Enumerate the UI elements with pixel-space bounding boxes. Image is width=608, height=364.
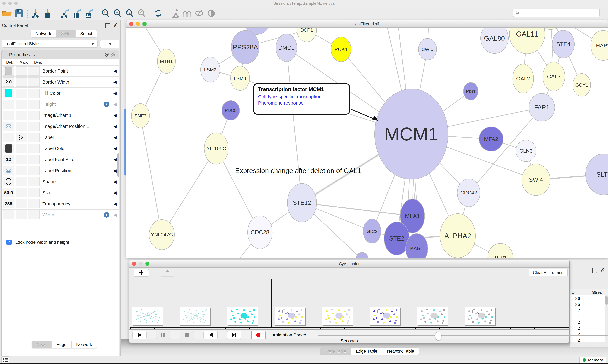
expand-row-icon[interactable]: ◀ — [113, 168, 117, 173]
default-value-cell[interactable] — [3, 122, 14, 131]
expand-row-icon[interactable]: ◀ — [113, 69, 117, 74]
zoom-out-button[interactable]: − — [112, 8, 123, 18]
default-value-cell[interactable] — [3, 144, 14, 153]
property-row-image-chart-1[interactable]: Image/Chart 1◀ — [1, 110, 119, 121]
network-node-GAL7[interactable]: GAL7 — [543, 62, 565, 91]
property-row-fill-color[interactable]: Fill Color◀ — [1, 87, 119, 99]
network-node-STE12[interactable]: STE12 — [287, 183, 317, 222]
minimize-icon[interactable] — [136, 22, 140, 26]
zoom-window-icon[interactable] — [145, 262, 150, 266]
network-node-botP[interactable] — [356, 252, 368, 258]
info-icon[interactable]: i — [104, 102, 109, 107]
expand-row-icon[interactable]: ◀ — [113, 135, 117, 140]
network-node-GAL11[interactable]: GAL11 — [509, 28, 545, 54]
network-node-SLT2[interactable]: SLT2 — [585, 154, 608, 195]
default-value-cell[interactable]: 50.0 — [3, 188, 14, 197]
bypass-cell[interactable] — [28, 78, 40, 87]
frame-thumbnail-6[interactable] — [370, 307, 401, 325]
network-node-MFA2[interactable]: MFA2 — [479, 127, 503, 151]
minimize-icon[interactable] — [8, 1, 12, 5]
add-frame-button[interactable] — [134, 269, 149, 277]
bypass-cell[interactable] — [28, 122, 40, 131]
expand-row-icon[interactable]: ◀ — [113, 201, 117, 206]
expand-row-icon[interactable]: ◀ — [113, 113, 117, 118]
network-node-YNL047C[interactable]: YNL047C — [149, 220, 175, 250]
network-node-GIC2[interactable]: GIC2 — [363, 219, 381, 243]
network-file-button[interactable] — [170, 8, 180, 18]
network-edge[interactable] — [140, 116, 162, 235]
table-cell-value[interactable]: 26 — [570, 296, 580, 301]
network-node-MTH1[interactable]: MTH1 — [157, 49, 175, 73]
overview-button[interactable] — [182, 8, 192, 18]
minimize-icon[interactable] — [139, 262, 143, 266]
network-canvas[interactable]: DCP1RPS28ADMC1PCK1SWI5MTH1LSM2LSM4GAL80G… — [126, 28, 608, 258]
frame-thumbnail-5[interactable] — [322, 307, 353, 325]
property-row-image-chart-position-1[interactable]: Image/Chart Position 1◀ — [1, 121, 119, 132]
close-icon[interactable] — [129, 22, 133, 26]
network-node-PCK1[interactable]: PCK1 — [331, 37, 351, 62]
mapping-cell[interactable] — [15, 78, 27, 87]
network-node-HAP2[interactable]: HAP2 — [591, 30, 608, 60]
default-value-cell[interactable]: 2.0 — [3, 78, 14, 87]
network-node-ALPHA2[interactable]: ALPHA2 — [440, 214, 475, 258]
tab-node[interactable]: Node — [32, 341, 52, 348]
task-history-button[interactable] — [1, 356, 10, 363]
play-button[interactable] — [132, 331, 147, 339]
network-node-STE4[interactable]: STE4 — [552, 30, 574, 58]
playhead[interactable] — [271, 279, 272, 327]
float-panel-icon[interactable] — [105, 23, 110, 28]
bypass-cell[interactable] — [28, 144, 40, 153]
network-node-DMC1[interactable]: DMC1 — [276, 34, 297, 62]
property-row-shape[interactable]: Shape◀ — [1, 176, 119, 187]
table-cell-value[interactable]: 2 — [570, 326, 580, 331]
network-node-GAL80[interactable]: GAL80 — [481, 28, 508, 53]
export-table-button[interactable] — [71, 8, 82, 18]
tab-style[interactable]: Style — [56, 30, 76, 37]
tab-network[interactable]: Network — [71, 341, 97, 348]
property-row-width[interactable]: Widthi◀ — [1, 209, 119, 220]
tab-network[interactable]: Network — [31, 30, 56, 37]
expand-row-icon[interactable]: ◀ — [113, 80, 117, 85]
mapping-cell[interactable] — [15, 122, 27, 131]
memory-button[interactable]: Memory — [580, 357, 606, 363]
expand-row-icon[interactable]: ◀ — [113, 102, 117, 107]
table-cell-value[interactable]: 2 — [570, 308, 580, 313]
float-panel-icon[interactable] — [592, 268, 597, 273]
close-icon[interactable] — [132, 262, 136, 266]
network-node-GCY1[interactable]: GCY1 — [573, 74, 591, 96]
network-node-CLN3[interactable]: CLN3 — [516, 140, 536, 162]
bypass-cell[interactable] — [28, 199, 40, 208]
mapping-cell[interactable] — [15, 188, 27, 197]
expand-row-icon[interactable]: ◀ — [113, 190, 117, 195]
mapping-cell[interactable] — [15, 155, 27, 164]
mapping-cell[interactable] — [15, 89, 27, 98]
hide-details-button[interactable] — [194, 8, 204, 18]
zoom-selected-button[interactable]: ✓ — [136, 8, 147, 18]
network-node-LSM4[interactable]: LSM4 — [231, 66, 249, 91]
network-node-PDC5[interactable]: PDC5 — [222, 101, 240, 120]
mapping-cell[interactable] — [15, 111, 27, 120]
default-value-cell[interactable]: 12 — [3, 155, 14, 164]
tab-network-table[interactable]: Network Table — [382, 348, 419, 355]
panel-splitter[interactable] — [124, 109, 126, 176]
expand-row-icon[interactable]: ◀ — [113, 91, 117, 96]
default-value-cell[interactable] — [3, 133, 14, 142]
mapping-cell[interactable] — [15, 210, 27, 220]
cyanimator-traffic-lights[interactable] — [132, 262, 150, 266]
network-node-LSM2[interactable]: LSM2 — [201, 57, 220, 82]
column-divider[interactable] — [585, 289, 586, 295]
record-button[interactable] — [251, 331, 266, 339]
bypass-cell[interactable] — [28, 100, 40, 109]
network-edge[interactable] — [162, 148, 216, 235]
default-value-cell[interactable] — [3, 66, 14, 76]
network-node-SWI4[interactable]: SWI4 — [522, 164, 550, 195]
bypass-cell[interactable] — [28, 89, 40, 98]
export-image-button[interactable] — [83, 8, 94, 18]
bypass-cell[interactable] — [28, 133, 40, 142]
annotation-link[interactable]: Cell-type-specific transcription — [258, 94, 349, 99]
import-network-button[interactable] — [30, 8, 41, 18]
expand-row-icon[interactable]: ◀ — [113, 146, 117, 151]
network-node-PIS1[interactable]: PIS1 — [463, 82, 478, 100]
frame-thumbnail-4[interactable] — [275, 307, 305, 325]
bypass-cell[interactable] — [28, 177, 40, 186]
